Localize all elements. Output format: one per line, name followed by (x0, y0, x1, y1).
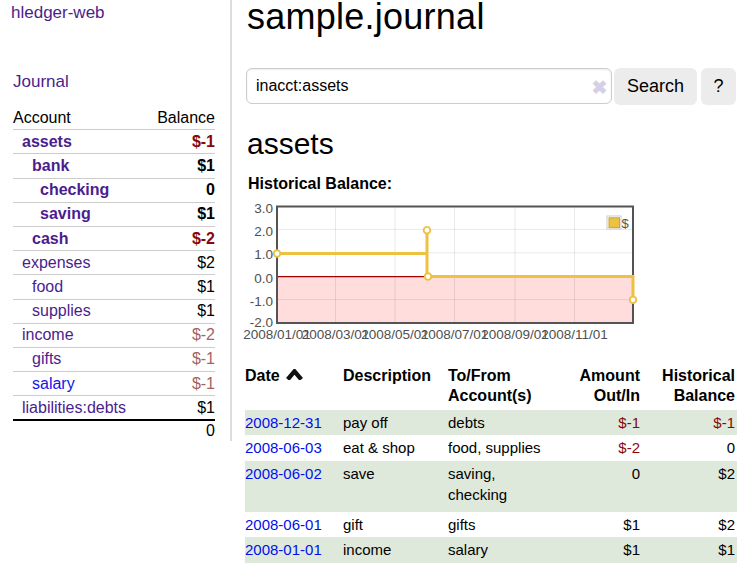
svg-text:2008/05/01: 2008/05/01 (361, 327, 429, 342)
svg-text:2008/03/01: 2008/03/01 (302, 327, 370, 342)
svg-text:2.0: 2.0 (254, 224, 273, 239)
svg-text:2008/07/01: 2008/07/01 (421, 327, 489, 342)
svg-text:0.0: 0.0 (254, 271, 273, 286)
svg-text:-1.0: -1.0 (250, 294, 273, 309)
svg-text:$: $ (622, 216, 630, 231)
svg-text:2008/09/01: 2008/09/01 (481, 327, 549, 342)
svg-text:1.0: 1.0 (254, 247, 273, 262)
svg-text:2008/01/01: 2008/01/01 (243, 327, 311, 342)
svg-text:3.0: 3.0 (254, 201, 273, 216)
svg-text:2008/11/01: 2008/11/01 (541, 327, 608, 342)
